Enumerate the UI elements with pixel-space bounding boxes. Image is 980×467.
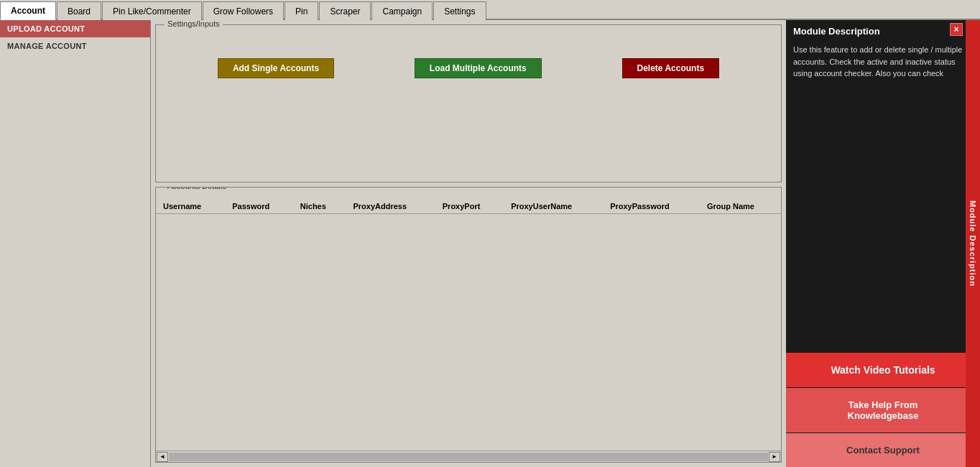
col-username: Username — [156, 199, 225, 214]
main-layout: UPLOAD ACCOUNT MANAGE ACCOUNT Settings/I… — [0, 20, 980, 467]
tab-pin-like-commenter[interactable]: Pin Like/Commenter — [102, 1, 202, 20]
load-multiple-accounts-button[interactable]: Load Multiple Accounts — [415, 58, 542, 78]
col-proxy-address: ProxyAddress — [346, 199, 435, 214]
side-label: Module Description — [969, 200, 977, 287]
accounts-table: Username Password Niches ProxyAddress Pr… — [156, 199, 781, 214]
knowledgebase-button[interactable]: Take Help FromKnowledgebase — [786, 388, 980, 433]
tab-grow-followers[interactable]: Grow Followers — [203, 1, 284, 20]
action-buttons: Watch Video Tutorials Take Help FromKnow… — [786, 353, 980, 467]
module-description-text: Use this feature to add or delete single… — [786, 41, 980, 353]
settings-inputs-content: Add Single Accounts Load Multiple Accoun… — [156, 25, 781, 107]
right-panel: Module Description Use this feature to a… — [786, 20, 980, 467]
settings-inputs-legend: Settings/Inputs — [165, 20, 223, 28]
col-proxy-password: ProxyPassword — [603, 199, 700, 214]
side-label-container: Module Description — [966, 20, 980, 467]
settings-inputs-section: Settings/Inputs Add Single Accounts Load… — [155, 24, 782, 182]
accounts-details-legend: Accounts Details — [165, 187, 229, 190]
content-area: Settings/Inputs Add Single Accounts Load… — [151, 20, 980, 467]
sidebar: UPLOAD ACCOUNT MANAGE ACCOUNT — [0, 20, 151, 467]
col-password: Password — [225, 199, 293, 214]
horizontal-scrollbar[interactable]: ◄ ► — [156, 450, 781, 462]
tab-settings[interactable]: Settings — [433, 1, 486, 20]
tab-account[interactable]: Account — [0, 1, 56, 20]
scroll-left-arrow[interactable]: ◄ — [157, 452, 168, 462]
sidebar-item-upload-account[interactable]: UPLOAD ACCOUNT — [0, 20, 150, 37]
col-proxy-username: ProxyUserName — [504, 199, 603, 214]
col-proxy-port: ProxyPort — [435, 199, 504, 214]
center-panel: Settings/Inputs Add Single Accounts Load… — [151, 20, 786, 467]
accounts-details-section: Accounts Details Username Password Niche… — [155, 187, 782, 463]
watch-video-button[interactable]: Watch Video Tutorials — [786, 353, 980, 387]
close-button[interactable]: × — [950, 23, 963, 36]
contact-support-button[interactable]: Contact Support — [786, 433, 980, 467]
settings-buttons: Add Single Accounts Load Multiple Accoun… — [163, 37, 774, 100]
right-panel-inner: Module Description Use this feature to a… — [786, 20, 980, 467]
tab-bar: Account Board Pin Like/Commenter Grow Fo… — [0, 0, 980, 20]
tab-pin[interactable]: Pin — [285, 1, 318, 20]
scroll-track[interactable] — [169, 453, 768, 461]
tab-board[interactable]: Board — [57, 1, 101, 20]
accounts-table-header-row: Username Password Niches ProxyAddress Pr… — [156, 199, 781, 214]
tab-campaign[interactable]: Campaign — [371, 1, 433, 20]
delete-accounts-button[interactable]: Delete Accounts — [622, 58, 720, 78]
accounts-details-content: Username Password Niches ProxyAddress Pr… — [156, 188, 781, 462]
add-single-accounts-button[interactable]: Add Single Accounts — [218, 58, 334, 78]
sidebar-item-manage-account[interactable]: MANAGE ACCOUNT — [0, 37, 150, 55]
scroll-right-arrow[interactable]: ► — [769, 452, 780, 462]
tab-scraper[interactable]: Scraper — [319, 1, 371, 20]
col-niches: Niches — [293, 199, 346, 214]
col-group-name: Group Name — [700, 199, 781, 214]
accounts-table-scroll[interactable]: Username Password Niches ProxyAddress Pr… — [156, 199, 781, 450]
